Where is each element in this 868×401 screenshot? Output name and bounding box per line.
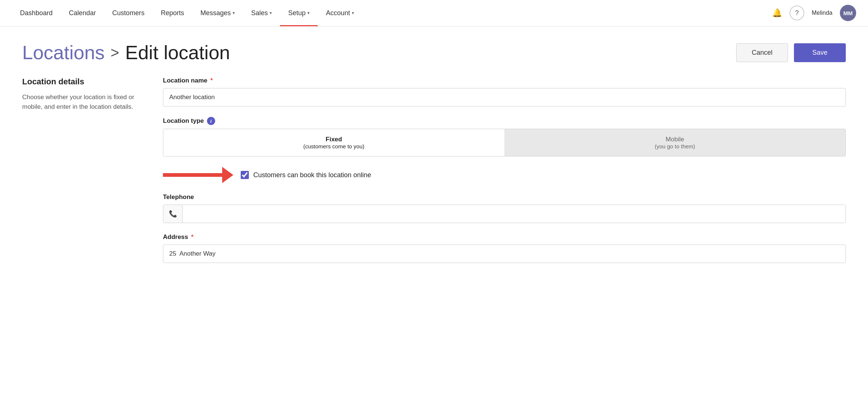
required-indicator: * bbox=[191, 233, 194, 241]
arrow-indicator bbox=[163, 167, 233, 183]
telephone-input-wrapper: 📞 bbox=[163, 205, 846, 223]
chevron-down-icon: ▾ bbox=[270, 10, 272, 16]
location-name-label: Location name * bbox=[163, 77, 846, 84]
main-content: Locations > Edit location Cancel Save Lo… bbox=[0, 27, 868, 288]
user-name: Melinda bbox=[812, 10, 832, 16]
header-actions: Cancel Save bbox=[736, 43, 846, 62]
address-group: Address * bbox=[163, 233, 846, 263]
toggle-mobile[interactable]: Mobile (you go to them) bbox=[504, 129, 845, 156]
main-navigation: Dashboard Calendar Customers Reports Mes… bbox=[0, 0, 868, 27]
avatar[interactable]: MM bbox=[840, 5, 856, 21]
page-title-area: Locations > Edit location bbox=[22, 41, 230, 64]
address-label: Address * bbox=[163, 233, 846, 241]
breadcrumb-locations-link[interactable]: Locations bbox=[22, 41, 105, 64]
online-booking-row: Customers can book this location online bbox=[163, 167, 846, 183]
chevron-down-icon: ▾ bbox=[307, 10, 310, 16]
location-type-group: Location type i Fixed (customers come to… bbox=[163, 117, 846, 156]
nav-right: 🔔 ? Melinda MM bbox=[772, 5, 856, 21]
notifications-button[interactable]: 🔔 bbox=[772, 8, 782, 18]
telephone-group: Telephone 📞 bbox=[163, 193, 846, 223]
right-panel: Location name * Location type i Fixed (c… bbox=[163, 77, 846, 273]
page-title: Edit location bbox=[125, 41, 230, 64]
required-indicator: * bbox=[210, 77, 213, 84]
location-type-toggle: Fixed (customers come to you) Mobile (yo… bbox=[163, 129, 846, 156]
nav-item-messages[interactable]: Messages ▾ bbox=[192, 0, 243, 26]
nav-item-calendar[interactable]: Calendar bbox=[61, 0, 104, 26]
location-name-group: Location name * bbox=[163, 77, 846, 107]
help-icon[interactable]: i bbox=[207, 117, 215, 125]
save-button[interactable]: Save bbox=[794, 43, 846, 62]
nav-item-dashboard[interactable]: Dashboard bbox=[12, 0, 61, 26]
section-title: Location details bbox=[22, 77, 141, 87]
left-panel: Location details Choose whether your loc… bbox=[22, 77, 141, 273]
nav-items: Dashboard Calendar Customers Reports Mes… bbox=[12, 0, 772, 26]
nav-item-setup[interactable]: Setup ▾ bbox=[280, 0, 318, 26]
phone-icon: 📞 bbox=[163, 205, 183, 223]
arrow-head bbox=[222, 167, 233, 183]
location-type-label: Location type i bbox=[163, 117, 846, 125]
chevron-down-icon: ▾ bbox=[233, 10, 235, 16]
section-description: Choose whether your location is fixed or… bbox=[22, 92, 141, 111]
breadcrumb-separator: > bbox=[111, 44, 119, 61]
telephone-label: Telephone bbox=[163, 193, 846, 201]
nav-item-customers[interactable]: Customers bbox=[104, 0, 153, 26]
arrow-body bbox=[163, 173, 222, 177]
telephone-input[interactable] bbox=[183, 205, 845, 223]
nav-item-account[interactable]: Account ▾ bbox=[318, 0, 362, 26]
toggle-fixed[interactable]: Fixed (customers come to you) bbox=[163, 129, 504, 156]
nav-item-reports[interactable]: Reports bbox=[153, 0, 192, 26]
page-header: Locations > Edit location Cancel Save bbox=[22, 41, 846, 64]
chevron-down-icon: ▾ bbox=[352, 10, 354, 16]
cancel-button[interactable]: Cancel bbox=[736, 43, 788, 62]
nav-item-sales[interactable]: Sales ▾ bbox=[243, 0, 280, 26]
online-booking-checkbox[interactable] bbox=[241, 171, 249, 179]
location-name-input[interactable] bbox=[163, 88, 846, 107]
help-button[interactable]: ? bbox=[789, 6, 804, 20]
address-input[interactable] bbox=[163, 245, 846, 263]
content-layout: Location details Choose whether your loc… bbox=[22, 77, 846, 273]
online-booking-label[interactable]: Customers can book this location online bbox=[241, 171, 371, 179]
